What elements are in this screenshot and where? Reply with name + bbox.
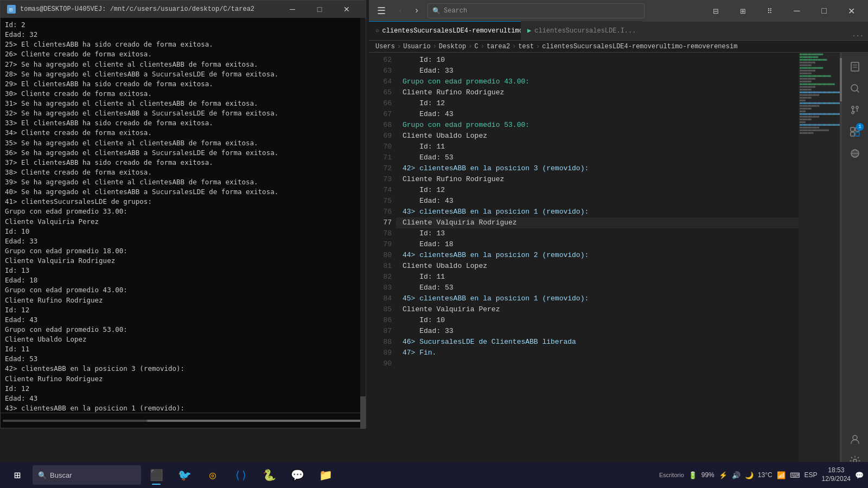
svg-rect-12 <box>851 132 854 136</box>
breadcrumb-sep-5: › <box>512 43 516 50</box>
breadcrumb-users[interactable]: Users <box>375 43 395 50</box>
layout-button[interactable]: ⊞ <box>730 2 755 20</box>
line-number: 72 <box>369 163 392 174</box>
breadcrumb-tarea2[interactable]: tarea2 <box>487 43 510 50</box>
taskbar-search-label: Buscar <box>50 471 72 479</box>
code-line[interactable]: Edad: 43 <box>396 196 799 207</box>
split-editor-button[interactable]: ⊟ <box>703 2 728 20</box>
line-number: 69 <box>369 131 392 142</box>
extensions-icon[interactable]: 1 1 <box>845 122 865 142</box>
code-line[interactable]: Id: 12 <box>396 185 799 196</box>
taskbar-vs-app[interactable]: ⟨⟩ <box>228 464 254 486</box>
hamburger-menu-icon[interactable]: ☰ <box>373 3 390 19</box>
code-line[interactable]: Cliente Valquiria Rodriguez <box>396 217 799 228</box>
code-line[interactable]: Cliente Ubaldo Lopez <box>396 131 799 142</box>
svg-rect-2 <box>851 62 859 71</box>
titlebar-right-controls: ⊟ ⊞ ⠿ ─ □ ✕ <box>703 2 864 20</box>
code-line[interactable]: Grupo con edad promedio 53.00: <box>396 120 799 131</box>
line-number: 77 <box>369 217 392 228</box>
breadcrumb-sep-6: › <box>536 43 540 50</box>
source-control-icon[interactable] <box>845 100 865 120</box>
taskbar-files-app[interactable]: 📁 <box>312 464 339 486</box>
taskbar-terminal-app[interactable]: ⬛ <box>143 464 169 486</box>
start-button[interactable]: ⊞ <box>4 464 30 486</box>
taskbar-whatsapp-app[interactable]: 💬 <box>284 464 310 486</box>
taskbar-clock[interactable]: 18:53 12/9/2024 <box>822 466 851 483</box>
search-placeholder: Search <box>444 7 467 15</box>
svg-point-7 <box>852 106 854 108</box>
code-line[interactable]: Edad: 53 <box>396 152 799 163</box>
breadcrumb-test[interactable]: test <box>518 43 534 50</box>
breadcrumb-file[interactable]: clientesSucursalesLDE4-removerultimo-rem… <box>542 43 737 50</box>
chrome-icon: ◎ <box>209 468 216 482</box>
terminal-maximize-button[interactable]: □ <box>307 2 332 17</box>
terminal-scroll-thumb[interactable] <box>360 396 366 429</box>
line-number: 82 <box>369 272 392 282</box>
code-line[interactable]: Id: 11 <box>396 272 799 282</box>
code-line[interactable]: 47> Fin. <box>396 348 799 358</box>
search-icon[interactable] <box>845 79 865 98</box>
code-line[interactable]: 42> clientesABB en la posicion 3 (removi… <box>396 163 799 174</box>
code-line[interactable]: Id: 13 <box>396 228 799 239</box>
speaker-icon: 🔊 <box>732 471 741 479</box>
line-number: 80 <box>369 250 392 261</box>
explorer-icon[interactable] <box>845 57 865 76</box>
taskbar-bird-app[interactable]: 🐦 <box>171 464 197 486</box>
code-line[interactable]: Edad: 33 <box>396 66 799 76</box>
terminal-titlebar: ⊞ tomas@DESKTOP-U405VEJ: /mnt/c/users/us… <box>1 1 366 18</box>
terminal-minimize-button[interactable]: ─ <box>280 2 305 17</box>
line-number: 88 <box>369 337 392 348</box>
breadcrumb: Users › Usuario › Desktop › C › tarea2 ›… <box>369 41 868 53</box>
breadcrumb-sep-4: › <box>481 43 484 50</box>
code-line[interactable]: Cliente Rufino Rodriguez <box>396 174 799 185</box>
tab-active[interactable]: ○ clientesSucursalesLDE4-removerultimo-r… <box>369 21 521 40</box>
accounts-icon[interactable] <box>845 429 865 449</box>
code-line[interactable]: Cliente Valquiria Perez <box>396 304 799 315</box>
overflow-ellipsis[interactable]: ··· <box>852 33 864 40</box>
breadcrumb-c[interactable]: C <box>474 43 478 50</box>
forward-arrow-icon[interactable]: › <box>409 3 424 18</box>
breadcrumb-usuario[interactable]: Usuario <box>403 43 430 50</box>
code-line[interactable]: Id: 10 <box>396 315 799 326</box>
code-line[interactable]: 45> clientesABB en la posicion 1 (removi… <box>396 293 799 304</box>
escritorio-label[interactable]: Escritorio <box>659 472 684 478</box>
terminal-scrollbar[interactable] <box>360 18 366 429</box>
terminal-window[interactable]: ⊞ tomas@DESKTOP-U405VEJ: /mnt/c/users/us… <box>0 0 366 428</box>
code-line[interactable]: Grupo con edad promedio 43.00: <box>396 76 799 87</box>
files-icon: 📁 <box>319 468 333 482</box>
svg-line-6 <box>857 91 859 93</box>
breadcrumb-sep-3: › <box>468 43 472 50</box>
taskbar-python-app[interactable]: 🐍 <box>256 464 282 486</box>
breadcrumb-desktop[interactable]: Desktop <box>439 43 466 50</box>
whatsapp-icon: 💬 <box>291 468 304 482</box>
terminal-close-button[interactable]: ✕ <box>334 2 359 17</box>
line-number: 86 <box>369 315 392 326</box>
code-line[interactable]: 43> clientesABB en la posicion 1 (removi… <box>396 207 799 217</box>
back-arrow-icon[interactable]: ‹ <box>393 3 408 18</box>
taskbar-chrome-app[interactable]: ◎ <box>200 464 226 486</box>
clock-date: 12/9/2024 <box>822 475 851 484</box>
code-editor[interactable]: Id: 10 Edad: 33Grupo con edad promedio 4… <box>396 53 799 475</box>
customize-layout-button[interactable]: ⠿ <box>757 2 782 20</box>
vscode-close-button[interactable]: ✕ <box>839 2 864 20</box>
code-line[interactable]: 44> clientesABB en la posicion 2 (removi… <box>396 250 799 261</box>
code-line[interactable]: Edad: 53 <box>396 282 799 293</box>
taskbar-search[interactable]: 🔍 Buscar <box>33 465 141 485</box>
vscode-search-bar[interactable]: 🔍 Search <box>427 3 644 18</box>
code-line[interactable]: Id: 12 <box>396 98 799 109</box>
vscode-minimize-button[interactable]: ─ <box>784 2 809 20</box>
code-line[interactable]: Id: 11 <box>396 142 799 152</box>
remote-explorer-icon[interactable] <box>845 144 865 163</box>
tab-inactive[interactable]: ▶ clientesSucursalesLDE.I... <box>521 21 642 40</box>
code-line[interactable]: Id: 10 <box>396 55 799 66</box>
code-line[interactable]: 46> SucursalesLDE de ClientesABB liberad… <box>396 337 799 348</box>
vscode-restore-button[interactable]: □ <box>812 2 837 20</box>
code-line[interactable]: Edad: 18 <box>396 239 799 250</box>
code-line[interactable]: Cliente Ubaldo Lopez <box>396 261 799 272</box>
terminal-scrollbar-bottom <box>1 413 366 428</box>
code-line[interactable]: Cliente Rufino Rodriguez <box>396 87 799 98</box>
code-line[interactable]: Edad: 43 <box>396 109 799 120</box>
svg-text:⊞: ⊞ <box>9 7 12 12</box>
code-line[interactable]: Edad: 33 <box>396 326 799 337</box>
extensions-badge: 1 <box>856 123 864 131</box>
